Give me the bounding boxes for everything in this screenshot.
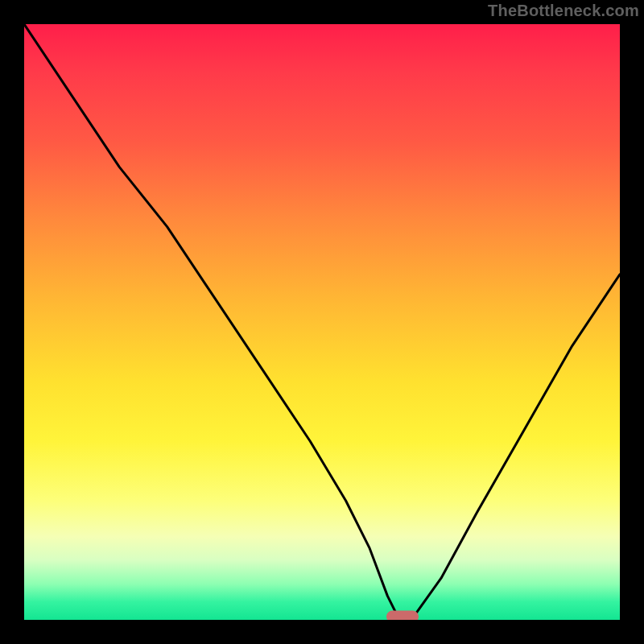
optimum-marker: [386, 611, 419, 620]
chart-frame: TheBottleneck.com: [0, 0, 644, 644]
plot-area: [24, 24, 620, 620]
bottleneck-curve: [24, 24, 620, 620]
watermark-text: TheBottleneck.com: [488, 2, 639, 20]
curve-layer: [24, 24, 620, 620]
